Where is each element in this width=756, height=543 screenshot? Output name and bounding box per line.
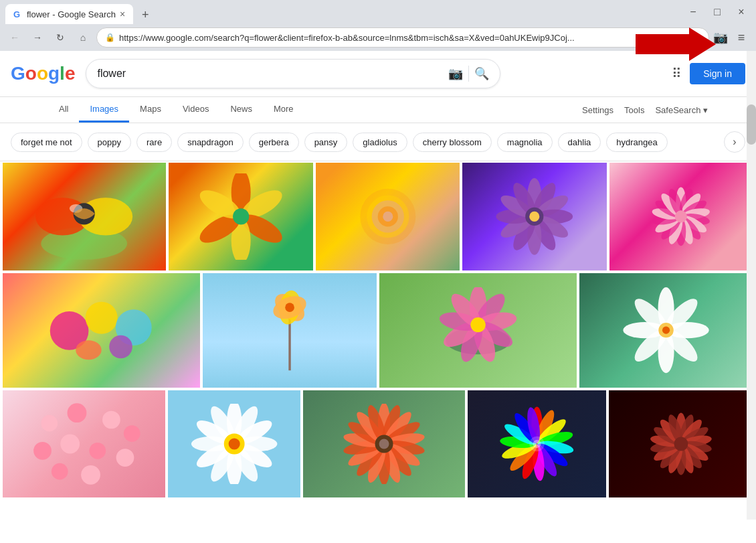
tools-link[interactable]: Tools xyxy=(624,105,644,115)
image-cell-pink-lotus[interactable] xyxy=(379,273,577,388)
home-button[interactable]: ⌂ xyxy=(74,28,92,47)
tab-maps[interactable]: Maps xyxy=(129,97,172,123)
search-icon[interactable]: 🔍 xyxy=(474,66,489,81)
image-cell-butterfly[interactable] xyxy=(3,163,166,270)
chip-gladiolus[interactable]: gladiolus xyxy=(353,133,407,152)
search-input[interactable]: flower xyxy=(97,68,443,80)
lock-icon: 🔒 xyxy=(105,33,115,42)
browser-right-icons: 📷 ≡ xyxy=(713,28,751,47)
svg-point-52 xyxy=(85,301,117,333)
tab-more[interactable]: More xyxy=(263,97,304,123)
title-bar: G flower - Google Search × + − □ × xyxy=(0,0,756,24)
forward-button[interactable]: → xyxy=(28,28,47,47)
active-tab[interactable]: G flower - Google Search × xyxy=(5,4,133,24)
image-row-2 xyxy=(0,272,756,389)
search-camera-icon[interactable]: 📷 xyxy=(448,66,463,81)
svg-point-88 xyxy=(90,443,106,459)
chips-next-button[interactable]: › xyxy=(724,131,745,153)
image-cell-windmill-flower[interactable] xyxy=(203,273,377,388)
svg-point-161 xyxy=(674,437,688,451)
image-cell-purple-daisy[interactable] xyxy=(462,163,606,270)
safesearch-link[interactable]: SafeSearch ▾ xyxy=(655,105,708,115)
tab-news[interactable]: News xyxy=(219,97,263,123)
svg-point-84 xyxy=(102,411,120,429)
chip-magnolia[interactable]: magnolia xyxy=(497,133,553,152)
image-row-3 xyxy=(0,389,756,493)
svg-point-83 xyxy=(68,403,87,422)
address-url: https://www.google.com/search?q=flower&c… xyxy=(119,33,700,43)
scrollbar-track xyxy=(747,51,756,520)
tab-title: flower - Google Search xyxy=(27,9,116,19)
svg-point-31 xyxy=(529,212,539,222)
search-nav-tabs: All Images Maps Videos News More Setting… xyxy=(0,97,756,123)
svg-point-142 xyxy=(533,440,541,448)
close-button[interactable]: × xyxy=(732,3,751,21)
svg-point-90 xyxy=(52,463,68,480)
tab-all[interactable]: All xyxy=(48,97,79,123)
maximize-button[interactable]: □ xyxy=(708,3,727,21)
chip-cherry-blossom[interactable]: cherry blossom xyxy=(413,133,492,152)
svg-point-17 xyxy=(383,212,393,222)
logo-g: G xyxy=(11,63,25,84)
search-box[interactable]: flower 📷 🔍 xyxy=(86,59,500,88)
tab-videos[interactable]: Videos xyxy=(172,97,220,123)
svg-point-91 xyxy=(81,465,100,485)
address-input-wrap[interactable]: 🔒 https://www.google.com/search?q=flower… xyxy=(96,27,709,48)
image-cell-mixed-flowers[interactable] xyxy=(3,273,200,388)
red-arrow-annotation xyxy=(636,24,716,67)
chip-pansy[interactable]: pansy xyxy=(304,133,348,152)
filter-chips-row: forget me not poppy rare snapdragon gerb… xyxy=(0,123,756,161)
svg-point-60 xyxy=(285,303,294,312)
chip-poppy[interactable]: poppy xyxy=(88,133,131,152)
chip-snapdragon[interactable]: snapdragon xyxy=(177,133,244,152)
logo-o2: o xyxy=(37,63,48,84)
scrollbar-thumb[interactable] xyxy=(747,104,756,145)
logo-l: l xyxy=(60,63,65,84)
chip-gerbera[interactable]: gerbera xyxy=(249,133,299,152)
apps-grid-icon[interactable]: ⠿ xyxy=(672,66,682,82)
window-controls: − □ × xyxy=(684,3,751,21)
image-cell-red-dahlia[interactable] xyxy=(609,390,753,497)
image-cell-gerbera-orange[interactable] xyxy=(303,390,466,497)
close-tab-button[interactable]: × xyxy=(120,9,125,19)
minimize-button[interactable]: − xyxy=(684,3,702,21)
chip-rare[interactable]: rare xyxy=(136,133,172,152)
svg-point-12 xyxy=(233,208,249,224)
svg-point-71 xyxy=(470,317,485,332)
logo-g2: g xyxy=(48,63,60,84)
logo-o1: o xyxy=(25,63,37,84)
image-cell-cherry-blossom[interactable] xyxy=(3,390,165,497)
settings-link[interactable]: Settings xyxy=(582,105,613,115)
divider xyxy=(468,66,469,82)
svg-point-89 xyxy=(116,449,134,467)
image-cell-pink-dahlia[interactable] xyxy=(609,163,753,270)
google-logo: Google xyxy=(11,63,75,84)
tab-images[interactable]: Images xyxy=(79,97,129,123)
browser-wrapper: G flower - Google Search × + − □ × ← → ↻… xyxy=(0,0,756,520)
browser-menu-button[interactable]: ≡ xyxy=(732,28,751,47)
reload-button[interactable]: ↻ xyxy=(51,28,70,47)
svg-point-81 xyxy=(662,327,670,334)
chip-dahlia[interactable]: dahlia xyxy=(558,133,601,152)
image-cell-orange-lily[interactable] xyxy=(169,163,312,270)
image-cell-peach-rose[interactable] xyxy=(316,163,460,270)
svg-point-87 xyxy=(60,435,80,454)
image-cell-rainbow-flower[interactable] xyxy=(468,390,606,497)
logo-e: e xyxy=(65,63,76,84)
nav-right-tools: Settings Tools SafeSearch ▾ xyxy=(582,105,708,115)
svg-point-50 xyxy=(675,210,687,222)
new-tab-button[interactable]: + xyxy=(136,5,155,24)
back-button[interactable]: ← xyxy=(5,28,24,47)
chip-hydrangea[interactable]: hydrangea xyxy=(606,133,667,152)
tab-favicon: G xyxy=(13,9,23,19)
svg-point-54 xyxy=(76,340,101,360)
svg-point-86 xyxy=(33,442,52,460)
svg-point-125 xyxy=(379,439,389,449)
image-cell-daisy[interactable] xyxy=(168,390,300,497)
tab-bar: G flower - Google Search × + xyxy=(5,0,155,24)
svg-point-55 xyxy=(109,335,132,358)
google-page: Google flower 📷 🔍 ⠿ Sign in All Images M… xyxy=(0,51,756,520)
svg-marker-0 xyxy=(636,27,716,61)
image-cell-white-flower[interactable] xyxy=(579,273,753,388)
chip-forget-me-not[interactable]: forget me not xyxy=(11,133,82,152)
